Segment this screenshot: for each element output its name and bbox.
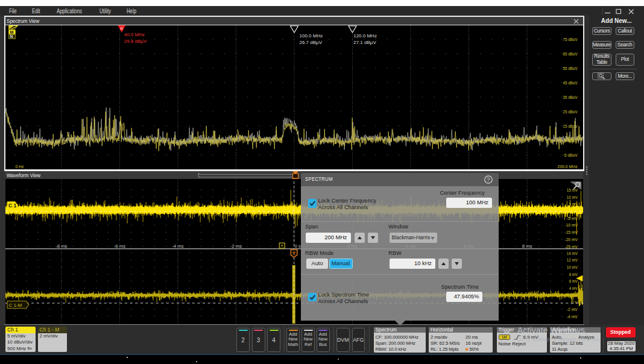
svg-text:-5 mV: -5 mV: [567, 216, 578, 221]
svg-text:45 dBuV: 45 dBuV: [563, 80, 578, 85]
svg-text:-8 ms: -8 ms: [55, 243, 67, 249]
svg-text:0 s: 0 s: [295, 243, 301, 249]
svg-text:10 mV: 10 mV: [567, 265, 578, 270]
svg-text:8 mV: 8 mV: [569, 272, 578, 277]
svg-text:-6 ms: -6 ms: [114, 243, 125, 249]
svg-text:M: M: [10, 30, 14, 34]
svg-text:100.0 MHz: 100.0 MHz: [300, 33, 323, 39]
svg-text:26.7 dBµV: 26.7 dBµV: [300, 40, 323, 45]
svg-text:R: R: [121, 26, 124, 30]
svg-text:12 mV: 12 mV: [567, 258, 578, 263]
svg-text:C 1-M: C 1-M: [9, 303, 22, 308]
svg-text:4 mV: 4 mV: [569, 286, 578, 291]
svg-text:C 1: C 1: [8, 202, 17, 209]
svg-text:N: N: [10, 34, 13, 39]
svg-text:200.0 MHz: 200.0 MHz: [558, 163, 578, 169]
svg-text:6 mV: 6 mV: [569, 279, 578, 284]
svg-text:?: ?: [487, 176, 490, 183]
svg-text:-10 mV: -10 mV: [565, 223, 578, 228]
svg-text:35 dBuV: 35 dBuV: [563, 94, 578, 99]
svg-text:-5 dBuV: -5 dBuV: [563, 152, 578, 157]
svg-text:-20 mV: -20 mV: [565, 237, 578, 242]
svg-text:75 dBuV: 75 dBuV: [563, 36, 578, 42]
svg-text:8 ms: 8 ms: [522, 243, 532, 249]
svg-text:65 dBuV: 65 dBuV: [563, 51, 578, 56]
svg-text:-2 ms: -2 ms: [230, 243, 242, 249]
svg-text:14 mV: 14 mV: [567, 251, 578, 256]
svg-text:25 dBuV: 25 dBuV: [563, 108, 578, 114]
svg-text:-4 ms: -4 ms: [172, 243, 183, 249]
svg-text:0 Hz: 0 Hz: [16, 163, 24, 169]
svg-text:T: T: [292, 251, 295, 256]
svg-text:55 dBuV: 55 dBuV: [563, 65, 578, 71]
svg-text:15 mV: 15 mV: [567, 187, 578, 193]
svg-text:-4 mV: -4 mV: [567, 314, 578, 319]
svg-text:120.0 MHz: 120.0 MHz: [353, 33, 377, 39]
svg-text:40.0 MHz: 40.0 MHz: [124, 32, 145, 37]
svg-text:10 mV: 10 mV: [567, 195, 578, 200]
svg-text:-2 mV: -2 mV: [567, 307, 578, 312]
svg-text:29.8 dBµV: 29.8 dBµV: [124, 39, 147, 44]
svg-text:27.1 dBµV: 27.1 dBµV: [353, 40, 376, 45]
svg-text:-15 mV: -15 mV: [565, 230, 578, 235]
